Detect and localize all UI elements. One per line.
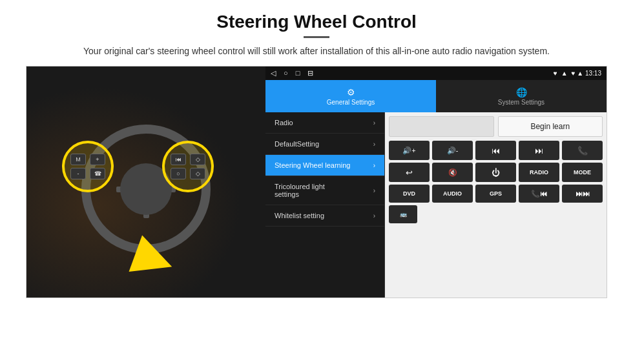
chevron-icon-default: ›: [373, 141, 375, 148]
btn-icons-right: ⏮ ◇ ○ ◇: [165, 143, 211, 190]
title-section: Steering Wheel Control Your original car…: [26, 12, 607, 58]
vol-up-button[interactable]: 🔊+: [389, 141, 430, 160]
phone-button[interactable]: 📞: [562, 141, 603, 160]
menu-default-label: DefaultSetting: [275, 140, 319, 148]
menu-item-radio[interactable]: Radio ›: [265, 112, 384, 134]
chevron-icon-radio: ›: [373, 119, 375, 126]
left-menu: Radio › DefaultSetting › Steering Wheel …: [265, 112, 385, 298]
back-icon: ◁: [271, 69, 276, 77]
page-container: Steering Wheel Control Your original car…: [0, 0, 633, 298]
btn-icon-minus: -: [70, 168, 86, 179]
page-title: Steering Wheel Control: [26, 12, 607, 32]
menu-item-default[interactable]: DefaultSetting ›: [265, 134, 384, 155]
screenshot-area: M + - ☎ ⏮ ◇ ○ ◇: [26, 66, 607, 298]
next-track-button[interactable]: ⏭: [519, 141, 559, 160]
menu-radio-label: Radio: [275, 119, 293, 126]
mode-button[interactable]: MODE: [562, 163, 603, 182]
recents-icon: □: [296, 69, 300, 77]
btn-icon-phone: ☎: [90, 168, 105, 179]
audio-button[interactable]: AUDIO: [432, 185, 473, 203]
direction-arrow: [129, 236, 179, 285]
mute-button[interactable]: 🔇: [432, 163, 473, 182]
page-subtitle: Your original car's steering wheel contr…: [26, 45, 607, 58]
menu-tricoloured-label: Tricoloured lightsettings: [275, 183, 325, 198]
ctrl-row-2: ↩ 🔇 ⏻ RADIO MODE: [389, 163, 603, 182]
gps-status-icon: ♥: [554, 70, 557, 77]
radio-button[interactable]: RADIO: [519, 163, 559, 182]
signal-icon: ▲: [561, 70, 568, 77]
btn-icon-r3: ○: [171, 168, 186, 179]
highlight-circle-left: M + - ☎: [62, 141, 114, 192]
btn-row-r2: ○ ◇: [171, 168, 205, 179]
btn-icon-r2: ◇: [190, 154, 205, 165]
top-row: Begin learn: [389, 116, 603, 137]
menu-item-steering[interactable]: Steering Wheel learning ›: [265, 155, 384, 176]
tab-general-settings[interactable]: ⚙ General Settings: [265, 80, 436, 112]
hang-up-button[interactable]: ↩: [389, 163, 430, 182]
menu-item-tricoloured[interactable]: Tricoloured lightsettings ›: [265, 176, 384, 205]
ctrl-row-3: DVD AUDIO GPS 📞⏮ ⏭⏭: [389, 185, 603, 203]
highlight-circle-right: ⏮ ◇ ○ ◇: [162, 141, 214, 192]
right-panel: Begin learn 🔊+ 🔊- ⏮ ⏭ 📞 ↩ 🔇 ⏻: [385, 112, 607, 298]
settings-gear-icon: ⚙: [347, 87, 355, 97]
main-content: Radio › DefaultSetting › Steering Wheel …: [265, 112, 607, 298]
chevron-icon-tricoloured: ›: [373, 187, 375, 194]
home-icon: ○: [284, 69, 288, 77]
power-button[interactable]: ⏻: [475, 163, 516, 182]
gps-button[interactable]: GPS: [475, 185, 516, 203]
dvd-button[interactable]: DVD: [389, 185, 430, 203]
menu-item-whitelist[interactable]: Whitelist setting ›: [265, 205, 384, 227]
btn-icon-vol: +: [90, 154, 105, 165]
skip-fwd-button[interactable]: ⏭⏭: [562, 185, 603, 203]
btn-icons-left: M + - ☎: [65, 143, 111, 190]
tab-system-settings[interactable]: 🌐 System Settings: [436, 80, 607, 112]
vol-down-button[interactable]: 🔊-: [432, 141, 473, 160]
menu-icon: ⊟: [307, 69, 313, 77]
chevron-icon-steering: ›: [373, 162, 375, 169]
arrow-container: [134, 241, 173, 279]
status-bar: ◁ ○ □ ⊟ ♥ ▲ ♥ ▲ 13:13: [265, 66, 607, 80]
btn-icon-r1: ⏮: [171, 154, 186, 165]
empty-input-box: [389, 116, 494, 137]
menu-steering-label: Steering Wheel learning: [275, 161, 350, 169]
title-divider: [304, 36, 329, 38]
system-icon: 🌐: [516, 87, 527, 97]
phone-prev-button[interactable]: 📞⏮: [519, 185, 559, 203]
ctrl-row-1: 🔊+ 🔊- ⏮ ⏭ 📞: [389, 141, 603, 160]
prev-track-button[interactable]: ⏮: [475, 141, 516, 160]
status-nav-icons: ◁ ○ □ ⊟: [271, 69, 313, 77]
android-ui: ◁ ○ □ ⊟ ♥ ▲ ♥ ▲ 13:13 ⚙ General Settings: [265, 66, 607, 298]
car-image: M + - ☎ ⏮ ◇ ○ ◇: [26, 66, 265, 298]
tab-general-label: General Settings: [327, 99, 375, 106]
bus-row: 🚌: [389, 205, 603, 223]
btn-row-r1: ⏮ ◇: [171, 154, 205, 165]
bus-icon-button[interactable]: 🚌: [389, 205, 417, 223]
menu-whitelist-label: Whitelist setting: [275, 212, 324, 219]
status-right: ♥ ▲ ♥ ▲ 13:13: [554, 70, 601, 77]
btn-icon-r4: ◇: [190, 168, 205, 179]
begin-learn-button[interactable]: Begin learn: [498, 116, 603, 137]
btn-icon-mode: M: [70, 154, 86, 165]
tab-bar: ⚙ General Settings 🌐 System Settings: [265, 80, 607, 112]
btn-row-2: - ☎: [70, 168, 105, 179]
chevron-icon-whitelist: ›: [373, 212, 375, 219]
btn-row-1: M +: [70, 154, 105, 165]
tab-system-label: System Settings: [498, 99, 545, 106]
clock: ♥ ▲ 13:13: [572, 70, 601, 77]
